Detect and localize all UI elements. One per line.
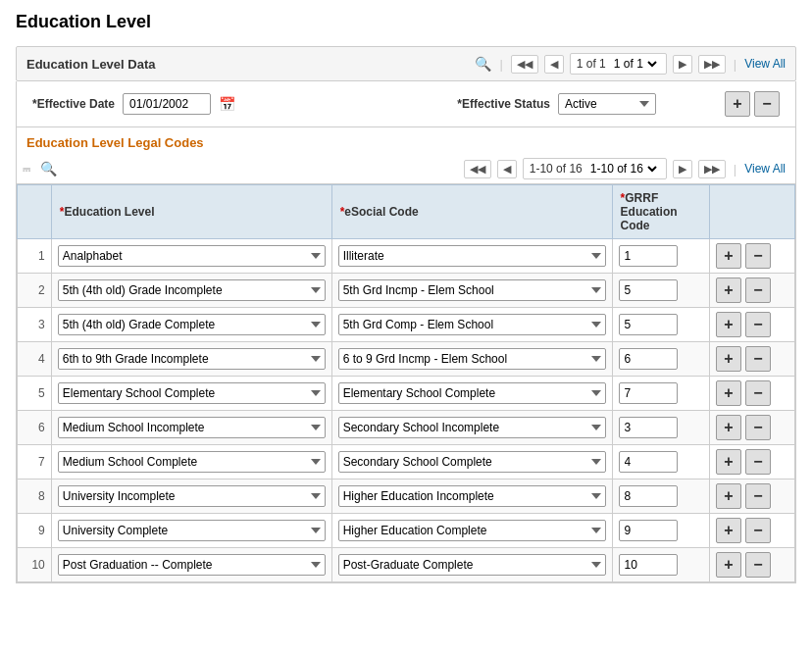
table-settings-icon[interactable]: ⎓: [23, 161, 30, 177]
row-add-button[interactable]: +: [716, 518, 741, 543]
esocial-code-cell: 5th Grd Comp - Elem School: [331, 308, 612, 342]
row-remove-button[interactable]: −: [745, 518, 771, 543]
grrf-code-input[interactable]: [619, 348, 678, 370]
esocial-code-cell: Higher Education Complete: [331, 514, 612, 548]
esocial-code-select[interactable]: 6 to 9 Grd Incmp - Elem School: [338, 348, 606, 370]
row-add-button[interactable]: +: [716, 243, 741, 269]
next-page-button[interactable]: ▶: [673, 55, 692, 74]
esocial-code-select[interactable]: Higher Education Complete: [338, 520, 606, 541]
row-actions-cell: +−: [709, 548, 794, 582]
calendar-icon[interactable]: 📅: [219, 96, 235, 112]
grrf-code-input[interactable]: [619, 245, 678, 267]
education-level-select[interactable]: 6th to 9th Grade Incomplete: [58, 348, 326, 370]
row-remove-button[interactable]: −: [745, 483, 771, 509]
esocial-code-select[interactable]: Elementary School Complete: [338, 382, 606, 404]
education-level-cell: University Complete: [51, 514, 331, 548]
table-next-button[interactable]: ▶: [673, 160, 692, 178]
row-number: 2: [18, 274, 52, 308]
esocial-code-select[interactable]: Secondary School Incomplete: [338, 417, 606, 438]
esocial-code-cell: Secondary School Complete: [331, 445, 612, 479]
row-action-buttons: +−: [716, 243, 788, 269]
row-actions-cell: +−: [709, 274, 794, 308]
row-add-button[interactable]: +: [716, 346, 741, 372]
row-remove-button[interactable]: −: [745, 278, 771, 303]
table-row: 10Post Graduation -- CompletePost-Gradua…: [18, 548, 795, 582]
education-level-cell: 5th (4th old) Grade Complete: [51, 308, 331, 342]
education-level-select[interactable]: Post Graduation -- Complete: [58, 554, 326, 576]
table-page-select[interactable]: 1-10 of 16: [586, 161, 660, 177]
grrf-code-cell: [612, 377, 709, 411]
esocial-code-select[interactable]: Higher Education Incomplete: [338, 485, 606, 507]
education-level-select[interactable]: 5th (4th old) Grade Incomplete: [58, 279, 326, 301]
header-controls: 🔍 | ◀◀ ◀ 1 of 1 1 of 1 ▶ ▶▶ | View All: [475, 53, 786, 75]
col-header-edlevel: *Education Level: [51, 185, 331, 239]
last-page-button[interactable]: ▶▶: [698, 55, 726, 74]
row-remove-button[interactable]: −: [745, 415, 771, 440]
row-add-button[interactable]: +: [716, 278, 741, 303]
education-level-cell: 6th to 9th Grade Incomplete: [51, 342, 331, 377]
grrf-code-input[interactable]: [619, 520, 678, 541]
table-view-all-link[interactable]: View All: [744, 162, 786, 176]
row-remove-button[interactable]: −: [745, 312, 771, 337]
row-remove-button[interactable]: −: [745, 449, 771, 475]
first-page-button[interactable]: ◀◀: [511, 55, 538, 74]
education-level-select[interactable]: 5th (4th old) Grade Complete: [58, 314, 326, 335]
esocial-code-select[interactable]: 5th Grd Incmp - Elem School: [338, 279, 606, 301]
row-number: 4: [18, 342, 52, 377]
grrf-code-input[interactable]: [619, 554, 678, 576]
education-level-select[interactable]: Medium School Complete: [58, 451, 326, 473]
row-add-button[interactable]: +: [716, 312, 741, 337]
effective-date-group: *Effective Date 📅: [32, 93, 235, 115]
esocial-code-select[interactable]: Secondary School Complete: [338, 451, 606, 473]
row-action-buttons: +−: [716, 380, 788, 406]
grrf-code-input[interactable]: [619, 382, 678, 404]
education-level-select[interactable]: Elementary School Complete: [58, 382, 326, 404]
esocial-code-select[interactable]: Illiterate: [338, 245, 606, 267]
page-container: Education Level Education Level Data 🔍 |…: [0, 0, 812, 595]
grrf-code-input[interactable]: [619, 485, 678, 507]
grrf-code-input[interactable]: [619, 417, 678, 438]
table-toolbar: ⎓ 🔍 ◀◀ ◀ 1-10 of 16 1-10 of 16 ▶ ▶▶ | Vi…: [17, 154, 795, 184]
esocial-code-cell: Higher Education Incomplete: [331, 479, 612, 514]
grrf-code-input[interactable]: [619, 279, 678, 301]
table-first-button[interactable]: ◀◀: [464, 160, 491, 178]
education-level-select[interactable]: University Incomplete: [58, 485, 326, 507]
education-level-select[interactable]: University Complete: [58, 520, 326, 541]
education-level-select[interactable]: Medium School Incomplete: [58, 417, 326, 438]
esocial-code-select[interactable]: 5th Grd Comp - Elem School: [338, 314, 606, 335]
row-add-button[interactable]: +: [716, 380, 741, 406]
data-header-bar: Education Level Data 🔍 | ◀◀ ◀ 1 of 1 1 o…: [16, 46, 796, 81]
esocial-code-select[interactable]: Post-Graduate Complete: [338, 554, 606, 576]
col-header-actions: [709, 185, 794, 239]
row-add-button[interactable]: +: [716, 483, 741, 509]
header-add-button[interactable]: +: [725, 91, 750, 117]
row-remove-button[interactable]: −: [745, 243, 771, 269]
row-add-button[interactable]: +: [716, 449, 741, 475]
row-remove-button[interactable]: −: [745, 346, 771, 372]
grrf-code-input[interactable]: [619, 314, 678, 335]
header-remove-button[interactable]: −: [754, 91, 780, 117]
table-row: 8University IncompleteHigher Education I…: [18, 479, 795, 514]
row-action-buttons: +−: [716, 312, 788, 337]
row-add-button[interactable]: +: [716, 552, 741, 578]
effective-date-input[interactable]: [123, 93, 211, 115]
header-search-button[interactable]: 🔍: [475, 56, 491, 72]
table-last-button[interactable]: ▶▶: [698, 160, 726, 178]
table-prev-button[interactable]: ◀: [497, 160, 517, 178]
row-actions-cell: +−: [709, 514, 794, 548]
grrf-code-cell: [612, 479, 709, 514]
header-view-all-link[interactable]: View All: [744, 57, 786, 71]
prev-page-button[interactable]: ◀: [544, 55, 564, 74]
table-row: 7Medium School CompleteSecondary School …: [18, 445, 795, 479]
table-row: 5Elementary School CompleteElementary Sc…: [18, 377, 795, 411]
grrf-code-input[interactable]: [619, 451, 678, 473]
row-number: 3: [18, 308, 52, 342]
row-add-button[interactable]: +: [716, 415, 741, 440]
effective-status-select[interactable]: Active Inactive: [558, 93, 656, 115]
row-remove-button[interactable]: −: [745, 552, 771, 578]
education-level-select[interactable]: Analphabet: [58, 245, 326, 267]
row-remove-button[interactable]: −: [745, 380, 771, 406]
page-select[interactable]: 1 of 1: [610, 56, 660, 72]
legal-codes-section: Education Level Legal Codes ⎓ 🔍 ◀◀ ◀ 1-1…: [16, 127, 796, 583]
table-search-icon[interactable]: 🔍: [40, 161, 57, 177]
